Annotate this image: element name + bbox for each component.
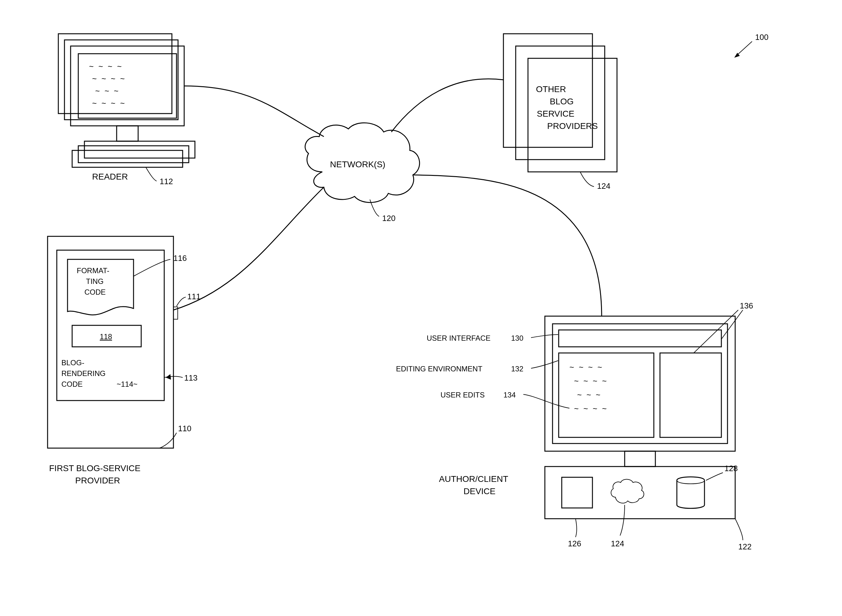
network-cloud: NETWORK(S) 120: [305, 123, 420, 223]
network-ref: 120: [382, 214, 395, 223]
svg-text:134: 134: [503, 391, 516, 399]
svg-text:136: 136: [740, 301, 753, 310]
svg-text:FORMAT-: FORMAT-: [77, 266, 109, 275]
storage-cylinder-icon: [677, 477, 704, 509]
conn-first-network: [173, 187, 324, 310]
svg-text:116: 116: [173, 254, 186, 263]
svg-text:118: 118: [100, 332, 112, 341]
svg-text:CODE: CODE: [62, 380, 82, 388]
svg-text:OTHER: OTHER: [536, 84, 566, 94]
svg-rect-9: [117, 126, 138, 141]
conn-other-network: [392, 79, 503, 132]
reader-device: ~ ~ ~ ~ ~ ~ ~ ~ ~ ~ ~ ~ ~ ~ ~ READER 112: [58, 34, 195, 186]
svg-text:AUTHOR/CLIENT: AUTHOR/CLIENT: [439, 474, 508, 484]
svg-text:130: 130: [511, 334, 524, 342]
svg-text:111: 111: [187, 292, 201, 301]
svg-text:CODE: CODE: [84, 288, 106, 296]
svg-text:~ ~ ~: ~ ~ ~: [95, 86, 120, 95]
svg-text:132: 132: [511, 365, 524, 373]
other-providers-ref: 124: [597, 181, 610, 191]
first-provider: FORMAT- TING CODE 116 118 BLOG- RENDERIN…: [48, 236, 201, 485]
svg-text:FIRST BLOG-SERVICE: FIRST BLOG-SERVICE: [49, 463, 141, 473]
svg-text:~ ~ ~ ~: ~ ~ ~ ~: [574, 404, 608, 413]
svg-rect-20: [48, 236, 173, 448]
other-providers: OTHER BLOG SERVICE PROVIDERS 124: [503, 34, 617, 191]
svg-text:RENDERING: RENDERING: [62, 369, 106, 377]
svg-rect-11: [78, 146, 189, 163]
processor-icon: [562, 477, 593, 508]
side-pane: [660, 353, 721, 437]
svg-rect-12: [84, 141, 195, 158]
svg-text:113: 113: [184, 373, 197, 383]
author-device: ~ ~ ~ ~ ~ ~ ~ ~ ~ ~ ~ ~ ~ ~ ~ USER INTER…: [396, 301, 753, 551]
network-label: NETWORK(S): [330, 160, 385, 169]
svg-text:128: 128: [725, 464, 738, 473]
system-diagram: 100 ~ ~ ~ ~ ~ ~ ~ ~ ~ ~ ~ ~ ~ ~ ~ READER…: [0, 0, 842, 616]
svg-text:DEVICE: DEVICE: [464, 487, 496, 496]
svg-text:110: 110: [178, 424, 191, 433]
svg-text:~ ~ ~ ~: ~ ~ ~ ~: [569, 362, 603, 372]
svg-text:~ ~ ~ ~: ~ ~ ~ ~: [92, 98, 126, 108]
svg-text:~ ~ ~ ~: ~ ~ ~ ~: [89, 62, 123, 71]
conn-author-network: [413, 175, 601, 316]
svg-text:~ ~ ~ ~: ~ ~ ~ ~: [92, 74, 126, 83]
svg-text:USER INTERFACE: USER INTERFACE: [427, 334, 490, 342]
svg-text:BLOG: BLOG: [550, 97, 574, 106]
svg-rect-10: [72, 150, 183, 167]
svg-rect-43: [545, 466, 735, 519]
reader-label: READER: [92, 172, 128, 181]
svg-text:~ ~ ~: ~ ~ ~: [577, 390, 601, 399]
svg-rect-42: [625, 451, 656, 466]
ui-bar: [559, 330, 721, 347]
svg-text:PROVIDER: PROVIDER: [75, 476, 120, 485]
svg-text:BLOG-: BLOG-: [62, 358, 84, 367]
small-cloud-icon: [611, 480, 644, 503]
svg-text:TING: TING: [86, 277, 103, 286]
svg-text:122: 122: [738, 542, 751, 551]
svg-text:124: 124: [611, 539, 624, 548]
svg-text:USER EDITS: USER EDITS: [440, 391, 485, 399]
svg-text:~ ~ ~ ~: ~ ~ ~ ~: [574, 376, 608, 386]
svg-text:SERVICE: SERVICE: [537, 109, 574, 119]
svg-text:126: 126: [568, 539, 581, 548]
conn-reader-network: [184, 86, 324, 136]
svg-text:100: 100: [755, 32, 768, 42]
figure-ref: 100: [734, 32, 768, 58]
svg-rect-36: [545, 316, 735, 451]
reader-ref: 112: [160, 177, 173, 186]
svg-text:PROVIDERS: PROVIDERS: [547, 121, 598, 131]
svg-text:EDITING ENVIRONMENT: EDITING ENVIRONMENT: [396, 365, 483, 373]
svg-text:~114~: ~114~: [117, 380, 138, 388]
formatting-code: FORMAT- TING CODE: [67, 260, 133, 315]
